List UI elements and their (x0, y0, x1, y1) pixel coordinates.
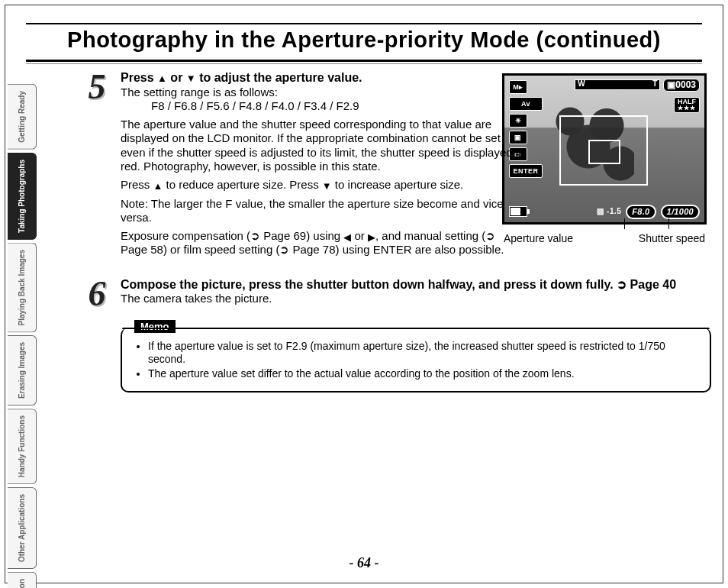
memo-item: If the aperture value is set to F2.9 (ma… (148, 340, 697, 366)
aperture-range: F8 / F6.8 / F5.6 / F4.8 / F4.0 / F3.4 / … (151, 99, 556, 113)
step5-para2: Press ▲ to reduce aperture size. Press ▼… (121, 178, 525, 192)
tab-getting-ready[interactable]: Getting Ready (8, 84, 37, 150)
step5-note: Note: The larger the F value, the smalle… (121, 197, 525, 225)
arrow-right-icon: ▶ (368, 232, 375, 242)
page-title: Photography in the Aperture-priority Mod… (67, 27, 661, 52)
section-tabs: Getting Ready Taking Photographs Playing… (8, 84, 37, 588)
memo-box: If the aperture value is set to F2.9 (ma… (121, 328, 711, 393)
step-number-5: 5 (79, 66, 114, 108)
step6-sub: The camera takes the picture. (121, 292, 711, 305)
title-underline (26, 60, 702, 62)
content-area: M▸ Av ☀ ▣ ▭ ENTER ▣0003 HALF ★★★ (84, 70, 711, 571)
range-intro: The setting range is as follows: (121, 86, 525, 99)
step5-heading: Press ▲ or ▼ to adjust the aperture valu… (121, 70, 711, 86)
arrow-down-icon: ▼ (186, 73, 196, 83)
arrow-left-icon: ◀ (343, 232, 351, 242)
memo-item: The aperture value set differ to the act… (148, 367, 697, 380)
tab-playing-back-images[interactable]: Playing Back Images (8, 243, 37, 333)
step-number-6: 6 (79, 273, 114, 315)
step-6: 6 Compose the picture, press the shutter… (84, 277, 711, 306)
tab-handy-functions[interactable]: Handy Functions (8, 409, 37, 484)
tab-taking-photographs[interactable]: Taking Photographs (8, 153, 37, 240)
arrow-up-icon: ▲ (153, 181, 163, 191)
step5-para1: The aperture value and the shutter speed… (121, 118, 525, 173)
arrow-down-icon: ▼ (322, 181, 332, 191)
step6-heading: Compose the picture, press the shutter b… (121, 277, 711, 292)
manual-page: { "title": "Photography in the Aperture-… (0, 0, 728, 588)
step5-para4: Exposure compensation (➲ Page 69) using … (121, 229, 525, 257)
title-rule (26, 23, 702, 24)
arrow-up-icon: ▲ (157, 73, 167, 83)
tab-erasing-images[interactable]: Erasing Images (8, 335, 37, 405)
memo-section: Memo If the aperture value is set to F2.… (121, 328, 711, 393)
step-5: 5 Press ▲ or ▼ to adjust the aperture va… (84, 70, 711, 257)
title-bar: Photography in the Aperture-priority Mod… (26, 27, 702, 53)
tab-additional-information[interactable]: Additional Information (8, 572, 37, 588)
page-number: - 64 - (0, 555, 728, 571)
